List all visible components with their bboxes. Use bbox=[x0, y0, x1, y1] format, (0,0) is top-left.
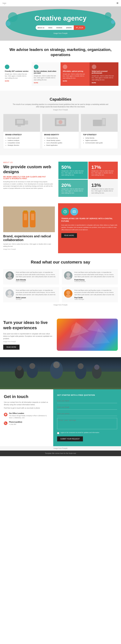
turn-ideas-left: Turn your ideas to live web experiences … bbox=[3, 320, 53, 350]
cap-item-0-1: Audience analysis bbox=[8, 139, 38, 142]
feature-desc-3: Simple text. Click to select the text bo… bbox=[92, 75, 116, 81]
tagline-section: We advise leaders on strategy, marketing… bbox=[0, 41, 121, 61]
svg-point-31 bbox=[8, 291, 12, 294]
svg-rect-20 bbox=[31, 214, 34, 220]
testimonials-section: Read what our customers say Proin sed li… bbox=[0, 253, 121, 312]
turn-ideas-right bbox=[57, 319, 118, 351]
svg-point-44 bbox=[53, 362, 60, 368]
capabilities-label: Capabilities bbox=[3, 97, 118, 102]
svg-point-39 bbox=[71, 324, 81, 333]
brand-img-placeholder bbox=[3, 206, 55, 232]
cap-card-img-0 bbox=[3, 114, 40, 132]
footer: Template title comes here for the footer… bbox=[0, 450, 121, 456]
stat-box-2: 20% Simple text. Click to select the tex… bbox=[58, 180, 88, 197]
turn-read-more-button[interactable]: READ MORE bbox=[3, 345, 20, 350]
office-label: Our Office Location bbox=[9, 412, 49, 414]
nav-reviews[interactable]: reviews bbox=[54, 26, 64, 30]
svg-point-30 bbox=[66, 276, 71, 280]
testimonial-role-0: CEO Company bbox=[16, 281, 57, 282]
feature-card-2: Affordable, upfront pricing Simple text.… bbox=[60, 62, 90, 86]
svg-rect-19 bbox=[24, 214, 27, 220]
tagline-heading: We advise leaders on strategy, marketing… bbox=[7, 47, 114, 58]
nav-about[interactable]: about us bbox=[36, 26, 46, 30]
form-email-input[interactable] bbox=[57, 405, 117, 410]
svg-rect-7 bbox=[18, 126, 21, 126]
feature-more-2[interactable]: MORE bbox=[63, 80, 87, 82]
feature-card-0: Friendly 24/7 customer service Simple te… bbox=[3, 62, 32, 86]
testimonials-img-label: Image from Freepik bbox=[3, 304, 118, 306]
stat-desc-3: Simple text. Click to select the text bo… bbox=[91, 188, 115, 194]
feature-icon-0 bbox=[5, 64, 9, 69]
svg-point-34 bbox=[66, 294, 71, 298]
testimonial-1: Proin sed libero enim sed faucibus turpi… bbox=[62, 269, 118, 284]
testimonial-text-0: Proin sed libero enim sed faucibus turpi… bbox=[16, 272, 57, 278]
touch-desc2: Feel free to get in touch with us via em… bbox=[4, 407, 49, 409]
avatar-1 bbox=[64, 272, 73, 280]
digital-desc: Duis aute irure dolor in reprehenderit i… bbox=[61, 224, 118, 231]
feature-title-1: No time windows, book when you want bbox=[34, 70, 58, 74]
svg-rect-16 bbox=[23, 210, 27, 212]
get-in-touch-section: Get in touch Use our contact form for al… bbox=[0, 389, 121, 446]
feature-more-3[interactable]: MORE bbox=[92, 82, 116, 84]
nav-id[interactable]: #F_012A bbox=[74, 26, 86, 30]
feature-card-3: Vetted and screened professionals Simple… bbox=[90, 62, 118, 86]
svg-point-51 bbox=[5, 414, 6, 415]
form-phone-input[interactable] bbox=[57, 412, 117, 416]
feature-more-1[interactable]: MORE bbox=[34, 82, 58, 84]
form-message-input[interactable] bbox=[57, 418, 117, 429]
testimonials-title: Read what our customers say bbox=[3, 260, 118, 265]
touch-desc1: Use our contact form for all information… bbox=[4, 401, 49, 406]
cap-item-0-3: Strategic direction bbox=[8, 144, 38, 146]
stat-box-0: 50% Simple text. Click to select the tex… bbox=[58, 162, 88, 179]
features-section: Friendly 24/7 customer service Simple te… bbox=[0, 61, 121, 90]
nav-articles[interactable]: articles bbox=[64, 26, 74, 30]
cap-item-1-2: Icon & Illustration guides bbox=[46, 142, 77, 144]
form-name-input[interactable] bbox=[57, 399, 117, 403]
cap-card-0: BRAND STRATEGY Brand equity audit Audien… bbox=[3, 114, 40, 149]
touch-img-label: Image from Freepik bbox=[0, 446, 121, 450]
capabilities-desc: The result of our company branding pract… bbox=[12, 103, 109, 108]
cap-card-title-0: BRAND STRATEGY bbox=[5, 134, 38, 136]
office-address: The Mason Bouge Realty Company At floor … bbox=[9, 415, 49, 419]
touch-right: GET STARTED WITH A FREE QUOTATION I agre… bbox=[53, 389, 121, 446]
svg-rect-14 bbox=[103, 119, 105, 124]
web-designs-right: 50% Simple text. Click to select the tex… bbox=[58, 162, 118, 197]
testimonial-name-3: Paul Smith bbox=[74, 297, 115, 298]
feature-icon-1 bbox=[34, 64, 38, 69]
touch-left: Get in touch Use our contact form for al… bbox=[0, 389, 53, 446]
cap-card-title-1: BRAND IDENTITY bbox=[44, 134, 77, 136]
testimonial-role-3: Sales Manager bbox=[74, 298, 115, 300]
testimonial-text-1: Proin sed libero enim sed faucibus turpi… bbox=[74, 272, 115, 278]
hero-title: Creative agency bbox=[3, 14, 118, 22]
feature-icon-3 bbox=[92, 64, 96, 69]
phone-label: Phone (Landline) bbox=[9, 421, 22, 423]
form-submit-button[interactable]: Submit your request bbox=[57, 436, 83, 442]
testimonial-name-1: Frank Kinney bbox=[74, 279, 115, 281]
svg-point-48 bbox=[94, 364, 99, 370]
nav-news[interactable]: news bbox=[46, 26, 54, 30]
read-more-button[interactable]: READ MORE bbox=[61, 233, 77, 238]
cap-item-2-0: Verbal identity bbox=[85, 137, 116, 139]
digital-section: TRANSLATING 100 YEARS OF SERVICE INTO A … bbox=[58, 203, 121, 253]
menu-icon[interactable]: ≡ bbox=[116, 1, 118, 5]
stat-number-2: 20% bbox=[61, 182, 85, 188]
svg-rect-24 bbox=[73, 211, 76, 212]
cap-item-1-3: Brand application bbox=[46, 144, 77, 146]
testimonial-role-1: Financial Director bbox=[74, 281, 115, 282]
stat-box-3: 13% Simple text. Click to select the tex… bbox=[88, 180, 118, 197]
abstract-illustration bbox=[57, 319, 118, 351]
svg-point-50 bbox=[17, 366, 22, 370]
feature-desc-1: Simple text. Click to select the text bo… bbox=[34, 75, 58, 81]
feature-title-0: Friendly 24/7 customer service bbox=[5, 70, 29, 72]
touch-phone-row: Phone (Landline) +1 561 897 bbox=[4, 421, 49, 426]
testimonial-role-2: Surveyor bbox=[16, 298, 57, 300]
avatar-2 bbox=[6, 290, 14, 298]
cap-item-2-2: Communication style guide bbox=[85, 142, 116, 144]
brand-digital-section: Brand, experiences and radical collabora… bbox=[0, 203, 121, 253]
footer-text: Template title comes here for the footer… bbox=[45, 452, 76, 454]
feature-more-0[interactable]: MORE bbox=[5, 80, 29, 82]
stat-number-3: 13% bbox=[91, 182, 115, 188]
form-checkbox[interactable] bbox=[57, 432, 59, 434]
cap-item-2-1: Tagline exploration bbox=[85, 139, 116, 142]
web-title: We provide custom web designs bbox=[3, 164, 53, 174]
